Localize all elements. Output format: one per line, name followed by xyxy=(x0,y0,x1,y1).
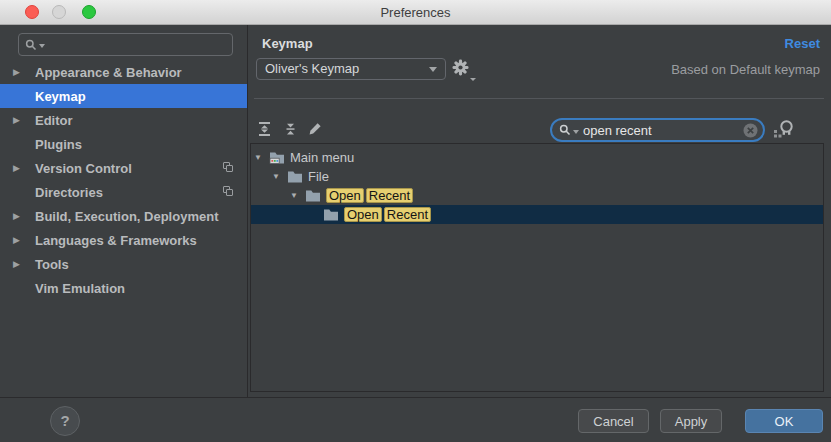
sidebar-search-box[interactable] xyxy=(18,33,233,56)
sidebar-item-tools[interactable]: ▶Tools xyxy=(0,252,247,276)
collapse-all-button[interactable] xyxy=(283,121,301,139)
action-search-box[interactable] xyxy=(550,118,765,142)
sidebar-item-directories[interactable]: Directories xyxy=(0,180,247,204)
expand-arrow-icon[interactable]: ▶ xyxy=(13,67,35,77)
search-match-highlight: Open xyxy=(344,207,382,222)
expand-all-icon xyxy=(257,121,272,137)
folder-icon xyxy=(323,208,339,221)
footer-separator xyxy=(0,397,831,398)
collapse-arrow-icon[interactable]: ▼ xyxy=(290,191,305,200)
search-match-highlight: Open xyxy=(326,188,364,203)
chevron-down-icon xyxy=(429,67,437,72)
shared-settings-icon xyxy=(223,162,235,174)
shared-settings-icon xyxy=(223,186,235,198)
collapse-arrow-icon[interactable]: ▼ xyxy=(254,153,269,162)
sidebar-item-appearance-behavior[interactable]: ▶Appearance & Behavior xyxy=(0,60,247,84)
tree-row-open-recent[interactable]: ▼OpenRecent xyxy=(251,186,823,205)
collapse-arrow-icon[interactable]: ▼ xyxy=(272,172,287,181)
expand-arrow-icon[interactable]: ▶ xyxy=(13,211,35,221)
sidebar-item-keymap[interactable]: Keymap xyxy=(0,84,247,108)
expand-all-button[interactable] xyxy=(257,121,275,139)
sidebar-item-label: Directories xyxy=(35,185,103,200)
search-icon xyxy=(559,124,571,136)
help-button[interactable]: ? xyxy=(50,406,80,436)
window-title: Preferences xyxy=(0,0,831,25)
edit-shortcut-button[interactable] xyxy=(307,121,325,139)
sidebar-item-label: Plugins xyxy=(35,137,82,152)
sidebar-item-build-execution-deployment[interactable]: ▶Build, Execution, Deployment xyxy=(0,204,247,228)
search-history-chevron-icon[interactable] xyxy=(39,44,45,48)
sidebar-item-label: Version Control xyxy=(35,161,132,176)
titlebar: Preferences xyxy=(0,0,831,25)
ok-button[interactable]: OK xyxy=(745,409,823,433)
find-actions-by-shortcut-button[interactable] xyxy=(772,119,798,141)
tree-node-label: OpenRecent xyxy=(326,188,413,203)
chevron-down-icon xyxy=(470,78,476,81)
find-actions-by-shortcut-icon xyxy=(772,119,796,140)
search-match-highlight: Recent xyxy=(384,207,431,222)
apply-button[interactable]: Apply xyxy=(660,409,722,433)
sidebar-item-label: Appearance & Behavior xyxy=(35,65,182,80)
expand-arrow-icon[interactable]: ▶ xyxy=(13,163,35,173)
based-on-label: Based on Default keymap xyxy=(671,62,820,77)
search-icon xyxy=(25,39,37,51)
tree-node-text: File xyxy=(308,169,329,184)
tree-row-main-menu[interactable]: ▼Main menu xyxy=(251,148,823,167)
sidebar-item-label: Build, Execution, Deployment xyxy=(35,209,218,224)
sidebar-item-plugins[interactable]: Plugins xyxy=(0,132,247,156)
sidebar-item-version-control[interactable]: ▶Version Control xyxy=(0,156,247,180)
sidebar-search-input[interactable] xyxy=(47,36,226,53)
keymap-tree: ▼Main menu▼File▼OpenRecentOpenRecent xyxy=(250,143,824,392)
tree-node-label: File xyxy=(308,169,329,184)
menu-folder-icon xyxy=(269,151,285,164)
sidebar-item-editor[interactable]: ▶Editor xyxy=(0,108,247,132)
clear-search-button[interactable] xyxy=(743,123,758,138)
tree-row-file[interactable]: ▼File xyxy=(251,167,823,186)
header-separator xyxy=(254,98,824,99)
sidebar-item-label: Languages & Frameworks xyxy=(35,233,197,248)
tree-node-label: OpenRecent xyxy=(344,207,431,222)
search-match-highlight: Recent xyxy=(366,188,413,203)
keymap-options-button[interactable] xyxy=(452,59,474,81)
keymap-select[interactable]: Oliver's Keymap xyxy=(256,58,446,80)
expand-arrow-icon[interactable]: ▶ xyxy=(13,259,35,269)
sidebar-item-languages-frameworks[interactable]: ▶Languages & Frameworks xyxy=(0,228,247,252)
folder-icon xyxy=(305,189,321,202)
expand-arrow-icon[interactable]: ▶ xyxy=(13,235,35,245)
cancel-button[interactable]: Cancel xyxy=(578,409,649,433)
sidebar-item-label: Keymap xyxy=(35,89,86,104)
sidebar-item-label: Tools xyxy=(35,257,69,272)
settings-category-list: ▶Appearance & BehaviorKeymap▶EditorPlugi… xyxy=(0,60,247,300)
sidebar-item-label: Vim Emulation xyxy=(35,281,125,296)
tree-node-label: Main menu xyxy=(290,150,354,165)
sidebar-item-vim-emulation[interactable]: Vim Emulation xyxy=(0,276,247,300)
expand-arrow-icon[interactable]: ▶ xyxy=(13,115,35,125)
page-title: Keymap xyxy=(262,36,313,51)
keymap-select-value: Oliver's Keymap xyxy=(265,61,359,76)
tree-node-text: Main menu xyxy=(290,150,354,165)
tree-row-open-recent[interactable]: OpenRecent xyxy=(251,205,823,224)
search-history-chevron-icon[interactable] xyxy=(573,130,579,134)
action-search-input[interactable] xyxy=(581,122,741,139)
sidebar-item-label: Editor xyxy=(35,113,73,128)
sidebar-divider xyxy=(247,25,248,397)
edit-pencil-icon xyxy=(307,121,323,137)
folder-icon xyxy=(287,170,303,183)
gear-icon xyxy=(452,59,469,76)
reset-link[interactable]: Reset xyxy=(785,36,820,51)
collapse-all-icon xyxy=(283,121,298,137)
